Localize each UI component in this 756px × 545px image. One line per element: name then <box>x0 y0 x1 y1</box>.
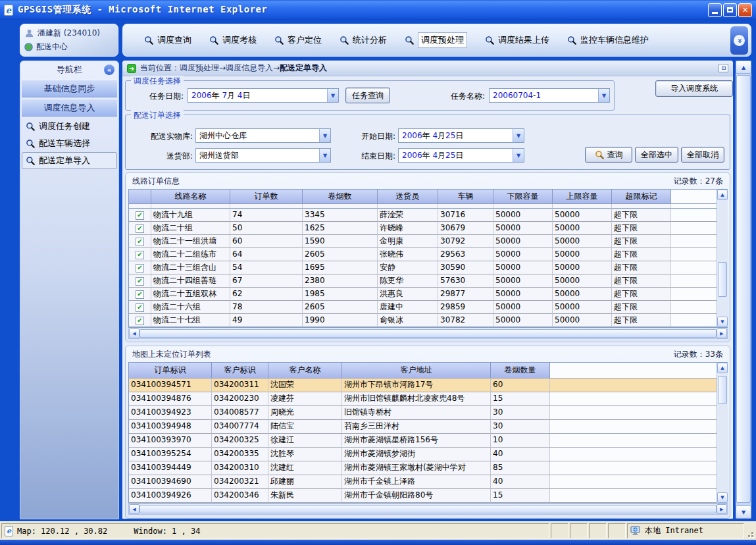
order-table-row[interactable]: 034100394690034200321邱建丽湖州市千金镇上泽路40 <box>129 475 727 489</box>
row-checkbox[interactable]: ✔ <box>136 264 144 272</box>
sidebar-section-dispatch-import[interactable]: 调度信息导入 <box>22 99 117 117</box>
toolbar-item-label: 客户定位 <box>288 34 322 46</box>
page-vertical-scrollbar[interactable]: ▲ ▼ <box>736 61 751 519</box>
toolbar-item[interactable]: 统计分析 <box>340 34 387 46</box>
dropdown-arrow-icon[interactable]: ▼ <box>327 89 338 102</box>
scroll-down-button[interactable]: ▼ <box>717 492 728 503</box>
title-bar[interactable]: e GPSGIS管理系统 - Microsoft Internet Explor… <box>0 0 756 20</box>
resize-grip[interactable] <box>745 523 755 538</box>
route-table-row[interactable]: ✔物流二十六组782605唐建中298595000050000超下限 <box>129 301 727 314</box>
breadcrumb-collapse-button[interactable] <box>718 64 728 72</box>
row-checkbox[interactable]: ✔ <box>136 238 144 246</box>
task-date-combobox[interactable]: 2006年 7月 4日 ▼ <box>188 88 339 103</box>
order-table-row[interactable]: 034100394876034200230凌建芬湖州市旧馆镇麒麟村北凌家兜48号… <box>129 392 727 406</box>
cell: 1695 <box>303 261 378 274</box>
route-table-vertical-scrollbar[interactable]: ▲ ▼ <box>717 190 728 327</box>
scroll-thumb[interactable] <box>718 262 727 297</box>
scroll-up-button[interactable]: ▲ <box>717 363 728 373</box>
order-table-row[interactable]: 034100394948034007774陆信宝苕南乡三田洋村30 <box>129 420 727 434</box>
scroll-thumb[interactable] <box>139 505 717 513</box>
cell: 50000 <box>553 261 612 274</box>
toolbar-item[interactable]: 调度预处理 <box>405 32 467 48</box>
route-table-row[interactable]: ✔物流二十七组491990俞银冰307825000050000超下限 <box>129 314 727 327</box>
route-table-row[interactable]: ✔物流二十组501625许晓峰306795000050000超下限 <box>129 222 727 235</box>
scroll-down-button[interactable]: ▼ <box>717 317 728 327</box>
scroll-up-button[interactable]: ▲ <box>717 190 728 200</box>
scroll-down-button[interactable]: ▼ <box>736 506 751 519</box>
row-checkbox[interactable]: ✔ <box>136 317 144 325</box>
toolbar-expand-button[interactable]: « <box>730 26 748 55</box>
scroll-left-button[interactable]: ◀ <box>129 328 139 338</box>
warehouse-combobox[interactable]: 湖州中心仓库 ▼ <box>195 128 331 143</box>
row-checkbox[interactable]: ✔ <box>136 303 144 312</box>
route-table-row[interactable]: ✔物流二十二组练市642605张晓伟295635000050000超下限 <box>129 248 727 261</box>
order-table-row[interactable]: 034100394449034200310沈建红湖州市菱湖镇王家墩村(菱湖中学对… <box>129 461 727 475</box>
task-name-combobox[interactable]: 20060704-1 ▼ <box>489 88 610 103</box>
toolbar-item[interactable]: 调度结果上传 <box>485 34 549 46</box>
route-table-row[interactable]: ✔物流十九组743345薛淦荣307165000050000超下限 <box>129 209 727 222</box>
minimize-button[interactable] <box>708 3 722 17</box>
route-table-row[interactable]: ✔物流二十五组双林621985洪惠良298775000050000超下限 <box>129 288 727 301</box>
cell: 60 <box>491 378 550 392</box>
order-table-horizontal-scrollbar[interactable]: ◀ ▶ <box>128 504 728 515</box>
route-table-row[interactable]: ✔物流二十三组含山541695安静305905000050000超下限 <box>129 261 727 274</box>
scroll-right-button[interactable]: ▶ <box>717 504 727 514</box>
sidebar-item[interactable]: 配送定单导入 <box>22 152 117 169</box>
cell: 50000 <box>493 209 553 222</box>
scroll-left-button[interactable]: ◀ <box>129 504 139 514</box>
order-table-row[interactable]: 034100394923034008577周晓光旧馆镇寺桥村30 <box>129 406 727 420</box>
query-button[interactable]: 查询 <box>585 147 632 163</box>
magnifier-icon <box>26 139 36 149</box>
order-table-record-count: 记录数：33条 <box>674 349 723 360</box>
toolbar-item[interactable]: 调度考核 <box>209 34 257 46</box>
deselect-all-button[interactable]: 全部取消 <box>681 147 724 163</box>
cell: 金明康 <box>378 235 438 248</box>
close-button[interactable]: ✕ <box>738 3 752 17</box>
row-checkbox[interactable]: ✔ <box>136 211 144 220</box>
scroll-right-button[interactable]: ▶ <box>717 328 727 338</box>
start-date-combobox[interactable]: 2006年 4月25日 ▼ <box>398 128 524 143</box>
dropdown-arrow-icon[interactable]: ▼ <box>319 149 330 162</box>
order-table-row[interactable]: 034100393970034200325徐建江湖州市菱湖镇星桥路156号10 <box>129 434 727 448</box>
cell: 034200325 <box>212 434 268 448</box>
delivery-dept-combobox[interactable]: 湖州送货部 ▼ <box>195 148 331 163</box>
scroll-thumb[interactable] <box>139 329 717 338</box>
row-checkbox[interactable]: ✔ <box>136 224 144 233</box>
task-query-button[interactable]: 任务查询 <box>345 88 390 103</box>
toolbar-item-label: 监控车辆信息维护 <box>580 34 649 46</box>
toolbar-item[interactable]: 调度查询 <box>144 34 191 46</box>
sidebar-item[interactable]: 调度任务创建 <box>22 118 117 135</box>
cell: 俞银冰 <box>378 314 438 327</box>
sidebar-section-base-info-sync[interactable]: 基础信息同步 <box>22 80 117 97</box>
cell: 超下限 <box>612 235 671 248</box>
end-date-combobox[interactable]: 2006年 4月25日 ▼ <box>398 148 524 163</box>
dropdown-arrow-icon[interactable]: ▼ <box>319 129 330 142</box>
cell: 超下限 <box>612 288 671 301</box>
order-table-row[interactable]: 034100394571034200311沈国荣湖州市下昂镇市河路17号60 <box>129 378 727 392</box>
scroll-thumb[interactable] <box>718 376 727 404</box>
toolbar-item[interactable]: 监控车辆信息维护 <box>567 34 649 46</box>
sidebar-item[interactable]: 配送车辆选择 <box>22 135 117 152</box>
sidebar-collapse-button[interactable]: « <box>104 65 114 75</box>
select-all-button[interactable]: 全部选中 <box>635 147 678 163</box>
row-checkbox[interactable]: ✔ <box>136 277 144 286</box>
status-panel <box>551 523 568 538</box>
order-table-row[interactable]: 034100394926034200346朱新民湖州市千金镇朝阳路80号15 <box>129 489 727 503</box>
cell: 张晓伟 <box>378 248 438 261</box>
maximize-button[interactable] <box>723 3 737 17</box>
dropdown-arrow-icon[interactable]: ▼ <box>513 149 524 162</box>
import-to-dispatch-button[interactable]: 导入调度系统 <box>655 80 733 97</box>
route-table-row[interactable]: ✔物流二十四组善琏672380陈更华576305000050000超下限 <box>129 274 727 288</box>
row-checkbox[interactable]: ✔ <box>136 290 144 299</box>
scroll-up-button[interactable]: ▲ <box>736 61 751 74</box>
order-table-row[interactable]: 034100395254034200335沈胜琴湖州市菱湖镇梦湖街40 <box>129 448 727 461</box>
route-table-row[interactable]: ✔物流二十一组洪塘601590金明康307925000050000超下限 <box>129 235 727 248</box>
dropdown-arrow-icon[interactable]: ▼ <box>513 129 524 142</box>
row-checkbox[interactable]: ✔ <box>136 251 144 259</box>
scroll-thumb[interactable] <box>736 75 751 503</box>
route-table-horizontal-scrollbar[interactable]: ◀ ▶ <box>128 328 728 339</box>
toolbar-item[interactable]: 客户定位 <box>274 34 322 46</box>
cell: 034100394571 <box>129 378 212 392</box>
order-table-vertical-scrollbar[interactable]: ▲ ▼ <box>717 363 728 503</box>
dropdown-arrow-icon[interactable]: ▼ <box>598 89 609 102</box>
